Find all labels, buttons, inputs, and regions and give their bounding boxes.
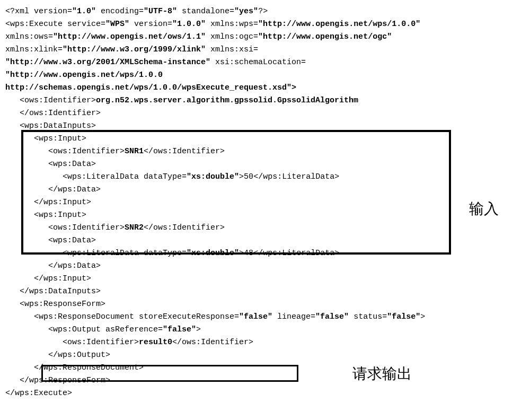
input2-close: </wps:Input> <box>5 273 525 285</box>
input1-literal: <wps:LiteralData dataType="xs:double">50… <box>5 171 525 183</box>
input1-data-close: </wps:Data> <box>5 183 525 196</box>
output-label: 请求输出 <box>352 362 412 386</box>
execute-close: </wps:Execute> <box>5 387 525 400</box>
input2-data-open: <wps:Data> <box>5 234 525 247</box>
response-doc-open: <wps:ResponseDocument storeExecuteRespon… <box>5 311 525 323</box>
identifier-open: <ows:Identifier>org.n52.wps.server.algor… <box>5 94 525 107</box>
input1-identifier: <ows:Identifier>SNR1</ows:Identifier> <box>5 145 525 158</box>
input1-close: </wps:Input> <box>5 196 525 209</box>
data-inputs-open: <wps:DataInputs> <box>5 120 525 133</box>
output-open: <wps:Output asReference="false"> <box>5 323 525 336</box>
execute-open-l6: http://schemas.opengis.net/wps/1.0.0/wps… <box>5 82 525 94</box>
output-identifier: <ows:Identifier>result0</ows:Identifier> <box>5 336 525 349</box>
response-form-close: </wps:ResponseForm> <box>5 374 525 387</box>
output-close: </wps:Output> <box>5 349 525 362</box>
response-doc-close: </wps:ResponseDocument> <box>5 362 525 374</box>
input2-literal: <wps:LiteralData dataType="xs:double">48… <box>5 247 525 260</box>
identifier-close: </ows:Identifier> <box>5 107 525 120</box>
response-form-open: <wps:ResponseForm> <box>5 298 525 311</box>
input2-open: <wps:Input> <box>5 209 525 222</box>
execute-open-l4: "http://www.w3.org/2001/XMLSchema-instan… <box>5 56 525 69</box>
input2-data-close: </wps:Data> <box>5 260 525 273</box>
xml-declaration: <?xml version="1.0" encoding="UTF-8" sta… <box>5 5 525 18</box>
execute-open-l3: xmlns:xlink="http://www.w3.org/1999/xlin… <box>5 43 525 56</box>
input-label: 输入 <box>469 197 499 221</box>
execute-open-l1: <wps:Execute service="WPS" version="1.0.… <box>5 18 525 31</box>
input2-identifier: <ows:Identifier>SNR2</ows:Identifier> <box>5 222 525 234</box>
execute-open-l5: "http://www.opengis.net/wps/1.0.0 <box>5 69 525 82</box>
data-inputs-close: </wps:DataInputs> <box>5 285 525 298</box>
xml-document-container: <?xml version="1.0" encoding="UTF-8" sta… <box>5 5 525 400</box>
input1-data-open: <wps:Data> <box>5 158 525 171</box>
execute-open-l2: xmlns:ows="http://www.opengis.net/ows/1.… <box>5 31 525 43</box>
input1-open: <wps:Input> <box>5 133 525 145</box>
